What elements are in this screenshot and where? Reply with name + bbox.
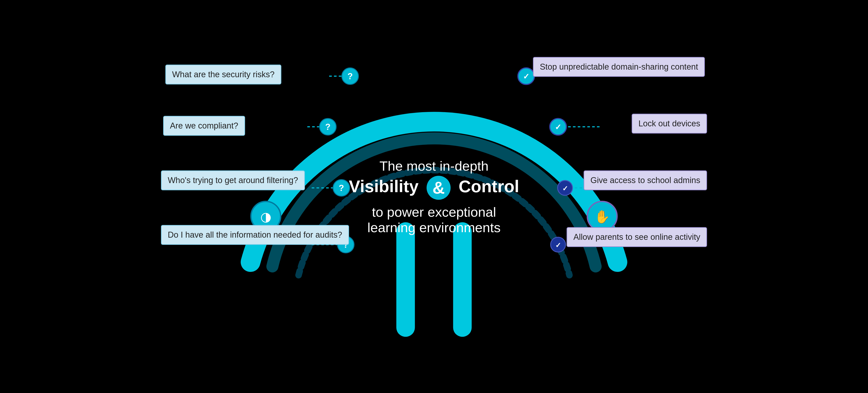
label-lock-devices: Lock out devices — [632, 114, 707, 134]
svg-text:?: ? — [347, 71, 353, 81]
center-line3: to power exceptional — [349, 204, 519, 220]
center-line1: The most in-depth — [349, 158, 519, 173]
visibility-label: Visibility — [349, 177, 418, 196]
center-line2: Visibility & Control — [349, 176, 519, 200]
control-label: Control — [459, 177, 519, 196]
svg-text:✓: ✓ — [555, 123, 561, 132]
svg-text:✋: ✋ — [594, 209, 610, 224]
diagram-container: ? ? ? ? ✓ ✓ ✓ ✓ ◑ — [150, 22, 718, 371]
main-scene: ? ? ? ? ✓ ✓ ✓ ✓ ◑ — [0, 0, 868, 393]
svg-text:?: ? — [339, 183, 344, 193]
svg-text:✓: ✓ — [523, 72, 529, 81]
center-line4: learning environments — [349, 220, 519, 235]
label-filtering: Who's trying to get around filtering? — [161, 170, 305, 190]
label-parents-activity: Allow parents to see online activity — [566, 227, 707, 247]
label-domain-sharing: Stop unpredictable domain-sharing conten… — [533, 57, 705, 77]
label-school-admins: Give access to school admins — [584, 170, 707, 190]
center-text: The most in-depth Visibility & Control t… — [349, 158, 519, 235]
label-security-risks: What are the security risks? — [165, 65, 281, 85]
svg-text:?: ? — [325, 122, 331, 132]
svg-text:✓: ✓ — [562, 185, 568, 193]
svg-text:◑: ◑ — [260, 209, 272, 224]
label-compliant: Are we compliant? — [163, 116, 245, 136]
ampersand-circle: & — [427, 176, 451, 200]
svg-text:✓: ✓ — [555, 241, 561, 249]
label-audits: Do I have all the information needed for… — [161, 225, 349, 245]
